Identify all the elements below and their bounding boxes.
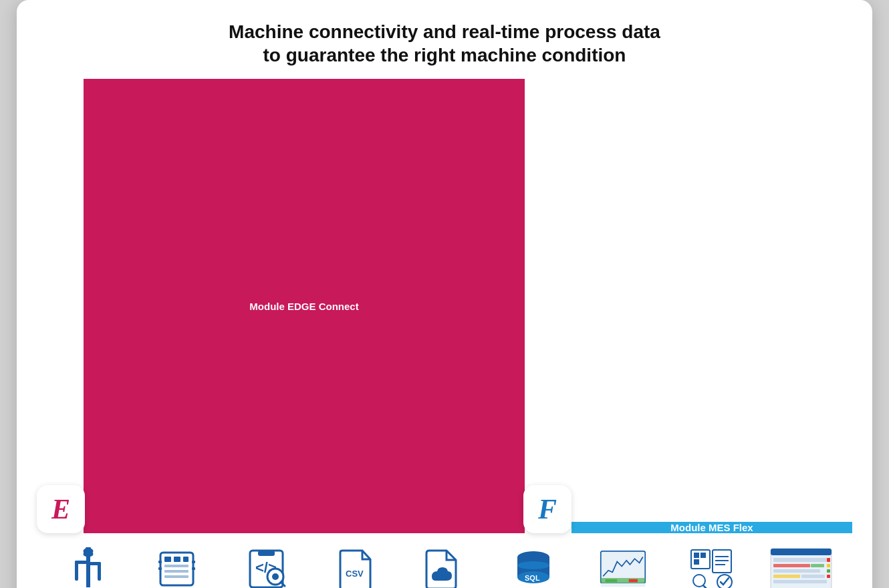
svg-rect-57 — [827, 558, 830, 562]
plc-icon — [154, 545, 201, 588]
icon-plc: PLC pluginsConnection tomachine PLCs — [132, 545, 221, 588]
svg-rect-54 — [773, 575, 800, 578]
svg-rect-53 — [773, 569, 820, 573]
svg-rect-16 — [158, 561, 162, 563]
svg-rect-51 — [773, 564, 810, 567]
flex-bar-label: Module MES Flex — [670, 522, 753, 533]
svg-rect-17 — [158, 567, 162, 570]
svg-point-24 — [272, 573, 279, 580]
svg-rect-14 — [164, 570, 188, 573]
svg-rect-49 — [771, 549, 832, 555]
svg-text:SQL: SQL — [525, 574, 540, 582]
flex-logo: F — [523, 485, 572, 533]
icons-row: FORCAM I/OContrôleur PLC — [37, 545, 852, 588]
svg-rect-12 — [183, 557, 188, 562]
icon-process: Process data — [578, 545, 667, 588]
icon-traceability: Data fortraceability — [667, 545, 756, 588]
icon-worker: ProductionWorker — [757, 545, 846, 588]
main-container: Machine connectivity and real-time proce… — [17, 0, 872, 588]
svg-line-47 — [703, 585, 707, 589]
svg-rect-10 — [164, 557, 171, 562]
svg-rect-5 — [86, 554, 90, 577]
file-icon: CSV — [332, 545, 379, 588]
worker-icon — [769, 545, 833, 588]
title-line2: to guarantee the right machine condition — [263, 45, 626, 65]
svg-rect-18 — [192, 561, 195, 563]
svg-point-30 — [517, 561, 549, 569]
svg-rect-58 — [827, 564, 830, 567]
process-icon — [600, 545, 646, 588]
title-line1: Machine connectivity and real-time proce… — [229, 21, 660, 42]
database-icon: SQL — [510, 545, 557, 588]
svg-rect-55 — [801, 575, 825, 578]
svg-rect-38 — [694, 553, 699, 558]
icon-file: CSV FilePlugin forCSV file — [311, 545, 400, 588]
svg-text:CSV: CSV — [346, 569, 364, 579]
edge-logo: E — [37, 485, 85, 533]
svg-rect-40 — [694, 559, 699, 565]
traceability-icon — [688, 545, 735, 588]
forcam-icon — [65, 545, 112, 588]
edge-module-bar: Module EDGE Connect — [84, 79, 525, 533]
svg-rect-60 — [827, 575, 830, 578]
icon-database: SQL Database queryMicrosoft SQL — [489, 545, 578, 588]
svg-rect-15 — [164, 575, 188, 578]
svg-rect-52 — [811, 564, 824, 567]
svg-rect-11 — [174, 557, 180, 562]
flex-logo-letter: F — [538, 493, 557, 525]
svg-rect-34 — [600, 583, 645, 586]
svg-rect-19 — [192, 567, 195, 570]
edge-logo-letter: E — [51, 493, 70, 525]
svg-rect-13 — [164, 565, 188, 567]
icon-normes: </> NormesMT ConnectOPC-DA/UAEuromap 63/… — [222, 545, 311, 588]
icon-cloud: CloudprotocolsPlugin MQTT — [400, 545, 489, 588]
icon-forcam: FORCAM I/OContrôleur — [43, 545, 132, 588]
flex-module-bar: Module MES Flex — [572, 522, 852, 533]
svg-rect-56 — [773, 580, 827, 583]
cloud-icon — [421, 545, 468, 588]
main-title: Machine connectivity and real-time proce… — [37, 20, 852, 67]
svg-rect-39 — [701, 553, 706, 558]
svg-point-45 — [717, 575, 732, 589]
svg-rect-21 — [258, 551, 275, 556]
edge-bar-label: Module EDGE Connect — [249, 301, 358, 312]
svg-rect-35 — [605, 579, 617, 581]
svg-rect-59 — [827, 569, 830, 573]
svg-rect-50 — [773, 558, 827, 562]
normes-icon: </> — [243, 545, 289, 588]
svg-rect-36 — [628, 579, 637, 581]
